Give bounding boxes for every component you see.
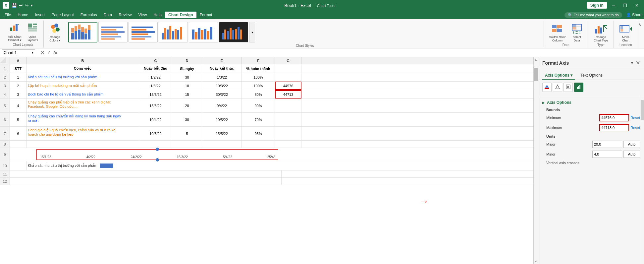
chart-style-3[interactable] [129,22,158,42]
close-button[interactable]: ✕ [632,2,641,9]
share-button[interactable]: 👤 Share [626,13,643,17]
cell-e3[interactable]: 10/3/22 [202,82,242,90]
minor-auto-button[interactable]: Auto [623,151,640,158]
cell-f4[interactable]: 80% [242,90,275,99]
formula-input[interactable] [63,49,642,56]
panel-close-button[interactable]: ✕ [636,60,640,66]
cell-g4[interactable]: 44713 [275,90,301,99]
menu-home[interactable]: Home [14,12,31,18]
minimum-input[interactable] [599,114,629,121]
cell-b6[interactable]: Chạy quảng cáo chuyển đổi đăng ký mua hà… [27,113,139,126]
cell-f8[interactable] [242,141,275,148]
cell-c2[interactable]: 1/2/22 [139,73,172,81]
change-chart-type-button[interactable]: ChangeChart Type [592,22,610,43]
col-header-a[interactable]: A [10,57,27,64]
minimum-reset-button[interactable]: Reset [630,116,640,120]
restore-button[interactable]: ❐ [620,2,630,9]
chart-handle-top[interactable] [156,148,159,151]
chart-style-1[interactable] [68,22,97,42]
cell-g5[interactable] [275,99,301,112]
maximum-reset-button[interactable]: Reset [630,126,640,130]
cell-c1[interactable]: Ngày bắt đầu [139,64,172,73]
cell-g1[interactable] [275,64,301,73]
cell-b8[interactable] [27,141,139,148]
quick-save-icon[interactable]: 💾 [11,3,17,8]
cell-f7[interactable]: 95% [242,127,275,140]
cell-c3[interactable]: 1/3/22 [139,82,172,90]
cell-d3[interactable]: 10 [172,82,202,90]
cell-f2[interactable]: 100% [242,73,275,81]
chart-handle-bottom[interactable] [156,158,159,162]
cell-d8[interactable] [172,141,202,148]
menu-data[interactable]: Data [100,12,115,18]
redo-icon[interactable]: ↪ [25,3,29,8]
cell-a6[interactable]: 5 [10,113,27,126]
cell-f5[interactable]: 90% [242,99,275,112]
col-header-d[interactable]: D [172,57,202,64]
menu-format[interactable]: Format [196,12,216,18]
name-box[interactable]: Chart 1 ▾ [2,49,35,56]
select-data-button[interactable]: SelectData [569,22,585,43]
col-header-c[interactable]: C [139,57,172,64]
cell-e1[interactable]: Ngày kết thúc [202,64,242,73]
menu-help[interactable]: Help [150,12,165,18]
cell-d5[interactable]: 20 [172,99,202,112]
tab-text-options[interactable]: Text Options [578,72,605,80]
cell-b5[interactable]: Chạy quảng cáo phủ tiếp cận trên các kên… [27,99,139,112]
menu-page-layout[interactable]: Page Layout [48,12,77,18]
bar-chart-icon-button[interactable] [574,83,583,92]
cell-d2[interactable]: 30 [172,73,202,81]
menu-formulas[interactable]: Formulas [77,12,100,18]
cell-d1[interactable]: SL ngày [172,64,202,73]
cell-b4[interactable]: Book báo chí hé lộ dần về thông tin sản … [27,90,139,99]
minimize-button[interactable]: ─ [610,2,618,9]
change-colors-button[interactable]: ChangeColors ▾ [47,22,63,43]
chart-style-2[interactable] [98,22,128,42]
panel-expand-button[interactable]: ▾ [631,61,633,65]
menu-review[interactable]: Review [115,12,135,18]
cell-e6[interactable]: 10/5/22 [202,113,242,126]
menu-chart-design[interactable]: Chart Design [165,12,196,18]
sign-in-button[interactable]: Sign in [587,2,607,9]
cell-e5[interactable]: 9/4/22 [202,99,242,112]
cell-a3[interactable]: 2 [10,82,27,90]
collapse-ribbon-button[interactable]: ∧ [638,22,641,27]
cell-e4[interactable]: 30/3/22 [202,90,242,99]
tell-me-search[interactable]: 🔍 Tell me what you want to do [564,12,622,18]
col-header-b[interactable]: B [27,57,139,64]
tab-axis-options[interactable]: Axis Options ▾ [542,72,575,80]
cancel-icon[interactable]: ✕ [41,50,44,55]
col-header-e[interactable]: E [202,57,242,64]
cell-c7[interactable]: 10/5/22 [139,127,172,140]
cell-a2[interactable]: 1 [10,73,27,81]
cell-c8[interactable] [139,141,172,148]
menu-insert[interactable]: Insert [31,12,48,18]
cell-c5[interactable]: 15/3/22 [139,99,172,112]
cell-d4[interactable]: 15 [172,90,202,99]
cell-e7[interactable]: 15/5/22 [202,127,242,140]
panel-scrollbar[interactable] [640,98,644,264]
cell-g8[interactable] [275,141,301,148]
maximum-input[interactable] [599,124,629,131]
fill-icon-button[interactable] [542,83,552,92]
cell-b11[interactable] [10,170,282,177]
cell-b1[interactable]: Công việc [27,64,139,73]
cell-a1[interactable]: STT [10,64,27,73]
chart-style-6[interactable] [219,22,248,42]
cell-g2[interactable] [275,73,301,81]
vertical-scrollbar[interactable]: ▲ ▼ [533,57,538,264]
size-icon-button[interactable] [564,83,573,92]
col-header-f[interactable]: F [242,57,275,64]
cell-b3[interactable]: Lập kế hoạch marketing ra mắt sản phẩm [27,82,139,90]
menu-file[interactable]: File [1,12,14,18]
cell-a4[interactable]: 3 [10,90,27,99]
cell-b7[interactable]: Đánh giá hiệu quả chiến dịch, chỉnh sửa … [27,127,139,140]
cell-b2[interactable]: Khảo sát nhu cầu thị trường với sản phẩm [27,73,139,81]
border-icon-button[interactable] [553,83,562,92]
cell-d7[interactable]: 5 [172,127,202,140]
cell-d6[interactable]: 30 [172,113,202,126]
chart-styles-scroll-down[interactable]: ▾ [249,22,255,42]
axis-options-section-header[interactable]: ▶ Axis Options [542,100,640,105]
quick-layout-button[interactable]: QuickLayout ▾ [25,22,40,43]
cell-f3[interactable]: 100% [242,82,275,90]
